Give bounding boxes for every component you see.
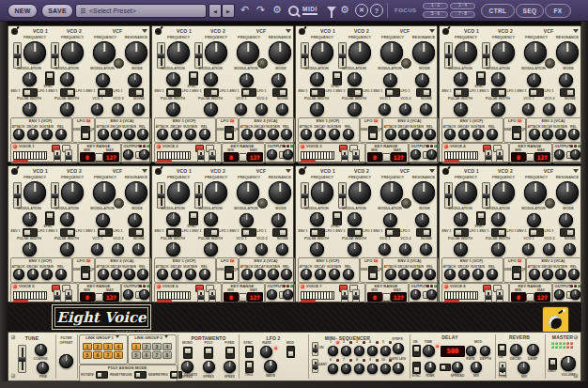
key-max-display[interactable]: 127 <box>103 152 119 162</box>
output-volume-knob[interactable] <box>283 289 293 300</box>
key-learn-button[interactable] <box>382 293 391 302</box>
output-volume-knob[interactable] <box>139 289 149 300</box>
vcf-mode-switch[interactable] <box>560 88 575 97</box>
link2-voice-button[interactable]: 7 <box>152 351 162 359</box>
vcf-modulation-knob[interactable] <box>240 213 254 227</box>
voice-level-slider[interactable] <box>209 289 216 303</box>
voice-detune-slider[interactable] <box>197 289 205 303</box>
vco1-octave-slider[interactable] <box>13 42 22 69</box>
env1-sustain-knob[interactable] <box>185 269 196 280</box>
mix-vco1-knob[interactable] <box>91 103 103 116</box>
mix-noise-knob[interactable] <box>276 243 288 256</box>
focus-pair-button[interactable]: 1 - 2 <box>423 3 448 9</box>
env1-sustain-knob[interactable] <box>329 269 340 280</box>
vco2-modulation-knob[interactable] <box>204 72 218 86</box>
key-min-display[interactable]: 0 <box>367 152 382 162</box>
vco-sync-switch[interactable] <box>45 71 54 85</box>
vco1-modulation-knob[interactable] <box>310 212 324 226</box>
mix-vco1-knob[interactable] <box>522 243 534 256</box>
env2-sustain-knob[interactable] <box>124 129 135 140</box>
env1-decay-knob[interactable] <box>315 129 326 140</box>
mix-noise-knob[interactable] <box>276 103 288 116</box>
delay-mod-rate-knob[interactable] <box>466 346 476 356</box>
vco2-mod-source-switch[interactable] <box>60 228 75 237</box>
vcf-mode-switch[interactable] <box>272 88 287 97</box>
vco-sync-switch[interactable] <box>45 211 54 225</box>
env1-attack-knob[interactable] <box>157 129 168 140</box>
vco2-frequency-knob[interactable] <box>61 181 84 204</box>
env2-attack-knob[interactable] <box>385 129 396 140</box>
key-max-display[interactable]: 127 <box>534 292 550 302</box>
voice-level-slider[interactable] <box>352 149 360 163</box>
env1-attack-knob[interactable] <box>301 269 312 280</box>
env2-release-knob[interactable] <box>137 129 148 140</box>
vcf-mode-knob[interactable] <box>415 213 429 227</box>
vcf-resonance-knob[interactable] <box>269 181 291 204</box>
voice-keyboard-graphic[interactable] <box>444 291 478 300</box>
env2-release-knob[interactable] <box>425 269 436 280</box>
module-menu-icon[interactable] <box>286 29 291 36</box>
vco1-pulse-width-knob[interactable] <box>310 102 324 116</box>
env1-release-knob[interactable] <box>199 269 210 280</box>
step-pitch-knob[interactable] <box>367 346 378 356</box>
env1-sustain-knob[interactable] <box>41 269 53 280</box>
power-icon[interactable]: ✕ <box>355 4 368 17</box>
env2-attack-knob[interactable] <box>385 269 396 280</box>
vco2-frequency-knob[interactable] <box>205 41 227 64</box>
env1-release-knob[interactable] <box>55 129 67 140</box>
key-max-display[interactable]: 127 <box>534 152 550 162</box>
vco1-modulation-knob[interactable] <box>310 72 324 86</box>
poly-assign-switch[interactable] <box>96 371 108 379</box>
undo-icon[interactable]: ↶ <box>240 5 249 15</box>
vco2-frequency-knob[interactable] <box>348 181 371 204</box>
vco1-mod-source-switch[interactable] <box>23 228 38 237</box>
env2-decay-knob[interactable] <box>111 129 122 140</box>
delay-time-knob[interactable] <box>423 345 435 357</box>
link1-voice-button[interactable]: 3 <box>103 343 113 350</box>
vco2-pulse-width-knob[interactable] <box>348 242 362 256</box>
vcf-mode-knob[interactable] <box>559 73 573 87</box>
delay-sync-switch[interactable] <box>412 362 421 374</box>
output-pan-knob[interactable] <box>267 289 277 300</box>
output-volume-knob[interactable] <box>426 149 437 160</box>
mix-vco1-knob[interactable] <box>522 103 534 116</box>
vco1-pulse-width-knob[interactable] <box>310 242 324 256</box>
vcf-mod-source-switch[interactable] <box>385 88 400 97</box>
vcf-mode-knob[interactable] <box>559 213 573 227</box>
key-min-display[interactable]: 0 <box>224 292 239 302</box>
vcf-frequency-knob[interactable] <box>237 41 259 64</box>
module-menu-icon[interactable] <box>429 169 435 176</box>
output-pan-knob[interactable] <box>554 149 565 160</box>
vco2-octave-slider[interactable] <box>51 42 59 69</box>
next-preset-button[interactable]: ▶ <box>222 4 235 18</box>
link1-voice-button[interactable]: 1 <box>83 343 92 350</box>
env2-decay-knob[interactable] <box>398 129 410 140</box>
mix-noise-knob[interactable] <box>132 103 145 116</box>
vcf-mod-source-switch[interactable] <box>529 88 544 97</box>
key-learn-button[interactable] <box>239 153 247 162</box>
output-volume-knob[interactable] <box>570 149 580 160</box>
step-pitch-knob[interactable] <box>328 346 338 356</box>
focus-pair-button[interactable]: 3 - 4 <box>450 3 475 9</box>
env2-sustain-knob[interactable] <box>268 129 279 140</box>
key-min-display[interactable]: 0 <box>80 152 95 162</box>
env1-sustain-knob[interactable] <box>41 129 53 140</box>
voice-keyboard-graphic[interactable] <box>301 151 334 160</box>
vco1-octave-slider[interactable] <box>157 182 165 209</box>
vco1-modulation-knob[interactable] <box>23 72 37 86</box>
key-min-display[interactable]: 0 <box>511 292 526 302</box>
vco-sync-switch[interactable] <box>333 71 342 85</box>
vco1-mod-source-switch[interactable] <box>166 228 181 237</box>
voice-keyboard-graphic[interactable] <box>444 151 478 160</box>
mix-noise-knob[interactable] <box>564 103 576 116</box>
delay-mod-depth-knob[interactable] <box>480 346 490 356</box>
env1-decay-knob[interactable] <box>27 129 39 140</box>
voice-detune-slider[interactable] <box>485 149 492 163</box>
new-button[interactable]: NEW <box>8 4 38 18</box>
vco2-modulation-knob[interactable] <box>348 72 362 86</box>
link1-voice-button[interactable]: 8 <box>114 351 123 359</box>
vcf-modulation-knob[interactable] <box>96 73 110 87</box>
lfo2-trig-switch[interactable] <box>245 361 254 373</box>
vco2-mod-source-switch[interactable] <box>204 88 219 97</box>
vcf-mode-knob[interactable] <box>415 73 429 87</box>
